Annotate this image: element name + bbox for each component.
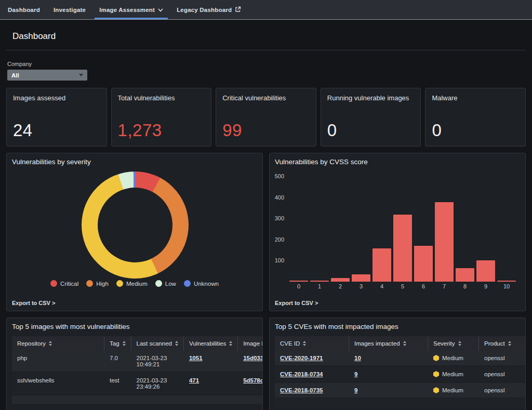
table-cell-link[interactable]: 15d0338a3b: [243, 355, 262, 361]
column-header-tag[interactable]: Tag: [104, 336, 131, 351]
table-cell-link[interactable]: 9: [354, 387, 357, 393]
column-header-cve-id[interactable]: CVE ID: [275, 336, 349, 351]
external-link-icon: [235, 6, 241, 14]
top-cves-table: CVE IDImages impactedSeverityProductCVE-…: [275, 336, 525, 409]
table-row: CVE-2020-197110Mediumopenssl: [275, 351, 525, 367]
sort-icon[interactable]: [49, 341, 52, 346]
header-divider: [6, 50, 526, 50]
bar-cvss-5: [393, 215, 412, 282]
export-csv-link[interactable]: Export to CSV >: [12, 300, 55, 306]
nav-tab-dashboard[interactable]: Dashboard: [1, 0, 47, 19]
sort-up-arrow: [49, 341, 52, 343]
stat-card-label: Total vulnerabilities: [118, 94, 205, 102]
column-header-product[interactable]: Product: [479, 336, 525, 351]
column-header-last-scanned[interactable]: Last scanned: [131, 336, 184, 351]
table-cell: ssh/webshells: [12, 373, 104, 395]
y-axis-tick: 300: [270, 215, 284, 221]
table-row: CVE-2018-07349Mediumopenssl: [275, 367, 525, 383]
table-cell: Medium: [428, 351, 479, 367]
table-cell-link[interactable]: 1051: [189, 355, 203, 361]
nav-tab-image-assessment[interactable]: Image Assessment: [92, 0, 170, 19]
column-header-inner: Product: [484, 340, 522, 347]
bar-cvss-7: [435, 202, 454, 282]
company-filter-label: Company: [7, 61, 532, 67]
sort-down-arrow: [303, 344, 306, 346]
y-axis-tick: 500: [270, 173, 284, 179]
column-header-severity[interactable]: Severity: [428, 336, 479, 351]
table-cell-link[interactable]: 9: [354, 371, 357, 377]
sort-icon[interactable]: [508, 341, 511, 346]
y-axis-tick: 200: [270, 236, 284, 243]
table-cell-link[interactable]: 471: [189, 377, 199, 383]
table-cell: 2021-03-23 23:49:26: [131, 373, 184, 395]
column-header-inner: Last scanned: [137, 340, 178, 347]
table-cell: 471: [184, 373, 238, 395]
column-header-image-id[interactable]: Image ID: [238, 336, 262, 351]
table-cell: CVE-2020-1971: [275, 351, 349, 367]
table-cell: [12, 395, 104, 405]
nav-tab-investigate[interactable]: Investigate: [47, 0, 92, 19]
sort-icon[interactable]: [303, 341, 306, 346]
company-dropdown[interactable]: All: [7, 70, 87, 81]
table-cell: [104, 395, 131, 405]
sort-up-arrow: [508, 341, 511, 343]
stat-card-value: 0: [432, 121, 519, 140]
cvss-bar-card: Vulnerabilities by CVSS score 5004003002…: [269, 153, 526, 311]
column-header-images-impacted[interactable]: Images impacted: [349, 336, 428, 351]
sort-icon[interactable]: [123, 341, 126, 346]
legend-dot-icon: [86, 280, 93, 287]
sort-down-arrow: [123, 344, 126, 346]
table-cell-link[interactable]: CVE-2020-1971: [280, 355, 323, 361]
x-axis-tick: 4: [373, 283, 391, 289]
sort-icon[interactable]: [458, 341, 461, 346]
table-cell-link[interactable]: 5d578cfb219: [243, 377, 262, 383]
severity-medium-hexagon-icon: [433, 387, 439, 393]
table-cell-link[interactable]: CVE-2018-0734: [280, 371, 323, 377]
legend-label: High: [96, 281, 109, 287]
column-header-label: Image ID: [243, 340, 262, 347]
bar-cvss-3: [352, 274, 370, 282]
column-header-vulnerabilities[interactable]: Vulnerabilities: [184, 336, 238, 351]
table-cell: 15d0338a3b: [238, 351, 262, 373]
top-cves-table-title: Top 5 CVEs with most impacted images: [275, 323, 398, 330]
table-cell: 10: [349, 351, 428, 367]
column-header-inner: Vulnerabilities: [189, 340, 232, 347]
nav-tab-legacy-dashboard[interactable]: Legacy Dashboard: [170, 0, 248, 19]
table-cell: 9: [349, 367, 428, 383]
sort-icon[interactable]: [403, 341, 406, 346]
sort-icon[interactable]: [175, 341, 178, 346]
column-header-repository[interactable]: Repository: [12, 336, 104, 351]
y-axis-tick: 400: [270, 194, 284, 201]
table-row: CVE-2018-07359Mediumopenssl: [275, 383, 525, 399]
table-cell-link[interactable]: CVE-2018-0735: [280, 387, 323, 393]
column-header-inner: Images impacted: [354, 340, 422, 347]
stat-card-value: 1,273: [118, 121, 205, 140]
legend-item-high: High: [86, 280, 109, 287]
export-csv-link[interactable]: Export to CSV >: [275, 300, 318, 306]
chevron-down-icon: [158, 7, 163, 13]
sort-icon[interactable]: [229, 341, 232, 346]
table-cell: [275, 399, 349, 409]
legend-label: Critical: [60, 281, 78, 287]
column-header-inner: Image ID: [243, 340, 262, 347]
x-axis-tick: 9: [476, 283, 495, 289]
severity-medium-hexagon-icon: [433, 371, 439, 377]
nav-tab-label: Legacy Dashboard: [177, 7, 232, 13]
x-axis-tick: 5: [393, 283, 412, 289]
table-row: ssh/webshellstest2021-03-23 23:49:264715…: [12, 373, 262, 395]
bar-cvss-6: [414, 246, 433, 282]
table-header-row: RepositoryTagLast scannedVulnerabilities…: [12, 336, 262, 351]
x-axis-tick: 7: [435, 283, 454, 289]
top-cves-table-card: Top 5 CVEs with most impacted images CVE…: [269, 318, 526, 410]
page-title: Dashboard: [12, 31, 520, 42]
table-row: php7.02021-03-23 10:49:21105115d0338a3b: [12, 351, 262, 373]
table-cell-link[interactable]: 10: [354, 355, 361, 361]
column-header-label: Images impacted: [354, 340, 400, 347]
x-axis-tick: 10: [497, 283, 516, 289]
legend-item-low: Low: [155, 280, 176, 287]
stat-card-label: Images assessed: [13, 94, 100, 102]
company-dropdown-value: All: [11, 72, 19, 78]
table-cell: [184, 395, 238, 405]
table-cell: test: [104, 373, 131, 395]
column-header-label: Tag: [110, 340, 119, 347]
